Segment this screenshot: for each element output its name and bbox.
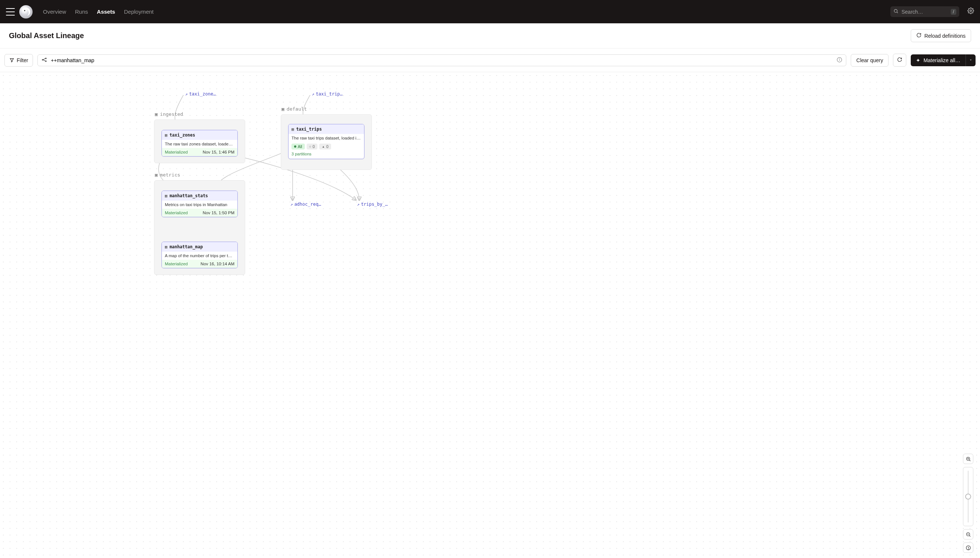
extref-taxi-trip[interactable]: ↗ taxi_trip…: [312, 91, 343, 97]
lineage-icon: [41, 57, 47, 64]
svg-line-2: [897, 12, 898, 13]
nav-assets[interactable]: Assets: [93, 5, 119, 18]
asset-timestamp: Nov 16, 10:14 AM: [201, 262, 234, 266]
filter-icon: [9, 58, 15, 63]
group-icon: ▣: [155, 172, 158, 177]
asset-status: Materialized: [165, 210, 188, 215]
zoom-out-button[interactable]: [963, 529, 973, 540]
reload-label: Reload definitions: [924, 33, 965, 39]
search-icon: [893, 8, 899, 15]
svg-point-1: [894, 9, 897, 12]
query-input-wrapper: [38, 54, 846, 66]
chip-all: All: [292, 144, 305, 149]
group-label-ingested: ▣ ingested: [155, 112, 183, 117]
zoom-slider[interactable]: [963, 467, 973, 526]
refresh-button[interactable]: [893, 54, 906, 67]
group-label-metrics: ▣ metrics: [155, 172, 180, 177]
asset-node-taxi-trips[interactable]: ▦taxi_trips The raw taxi trips dataset, …: [288, 124, 364, 159]
asset-node-taxi-zones[interactable]: ▦taxi_zones The raw taxi zones dataset, …: [161, 130, 238, 156]
table-icon: ▦: [165, 133, 167, 138]
search-shortcut: /: [951, 9, 956, 15]
global-search[interactable]: Search… /: [890, 6, 959, 17]
table-icon: ▦: [165, 245, 167, 249]
query-input[interactable]: [50, 57, 834, 64]
chip-pending: 0: [307, 144, 318, 149]
materialize-all-button[interactable]: ✦ Materialize all…: [911, 54, 965, 66]
zoom-fit-button[interactable]: [963, 542, 973, 553]
zoom-in-button[interactable]: [963, 454, 973, 464]
menu-icon[interactable]: [6, 8, 15, 16]
group-icon: ▣: [155, 112, 158, 117]
page-header: Global Asset Lineage Reload definitions: [0, 23, 980, 48]
refresh-icon: [897, 57, 902, 62]
nav-overview[interactable]: Overview: [39, 5, 70, 18]
svg-line-16: [969, 535, 970, 537]
svg-point-3: [970, 10, 972, 12]
asset-node-manhattan-map[interactable]: ▦manhattan_map A map of the number of tr…: [161, 241, 238, 268]
settings-gear-icon[interactable]: [967, 7, 974, 16]
table-icon: ▦: [292, 127, 294, 132]
extref-adhoc-req[interactable]: ↗ adhoc_req…: [290, 202, 321, 207]
svg-point-9: [839, 59, 840, 59]
lineage-canvas[interactable]: ↗ taxi_zone… ↗ taxi_trip… ▣ ingested ▣ d…: [0, 72, 980, 558]
nav-links: Overview Runs Assets Deployment: [39, 5, 157, 18]
edges-layer: [0, 72, 980, 558]
clear-query-button[interactable]: Clear query: [851, 54, 888, 67]
page-title: Global Asset Lineage: [9, 31, 911, 40]
extref-taxi-zone[interactable]: ↗ taxi_zone…: [185, 91, 216, 97]
extref-trips-by[interactable]: ↗ trips_by_…: [357, 202, 388, 207]
svg-point-5: [46, 58, 47, 59]
external-link-icon: ↗: [290, 202, 293, 207]
nav-runs[interactable]: Runs: [71, 5, 92, 18]
external-link-icon: ↗: [312, 92, 315, 97]
sparkle-icon: ✦: [916, 57, 921, 63]
external-link-icon: ↗: [185, 92, 188, 97]
materialize-group: ✦ Materialize all…: [911, 54, 975, 66]
filter-button[interactable]: Filter: [5, 54, 33, 67]
asset-timestamp: Nov 15, 1:50 PM: [203, 210, 234, 215]
asset-node-manhattan-stats[interactable]: ▦manhattan_stats Metrics on taxi trips i…: [161, 190, 238, 217]
materialize-dropdown-button[interactable]: [965, 54, 975, 66]
reload-definitions-button[interactable]: Reload definitions: [911, 29, 971, 42]
svg-line-13: [969, 460, 970, 461]
chevron-down-icon: [969, 58, 973, 62]
asset-desc: The raw taxi zones dataset, loaded int…: [162, 140, 237, 148]
group-label-default: ▣ default: [282, 106, 307, 112]
chip-warn: 0: [319, 144, 331, 149]
top-nav: Overview Runs Assets Deployment Search… …: [0, 0, 980, 23]
zoom-handle[interactable]: [965, 494, 971, 499]
group-icon: ▣: [282, 106, 285, 112]
partition-chips: All 0 0: [288, 142, 364, 150]
asset-desc: A map of the number of trips per taxi z…: [162, 252, 237, 260]
asset-timestamp: Nov 15, 1:46 PM: [203, 150, 234, 154]
zoom-controls: [963, 454, 973, 553]
svg-point-0: [24, 10, 25, 11]
svg-point-4: [42, 59, 43, 60]
table-icon: ▦: [165, 194, 167, 199]
reload-icon: [916, 33, 921, 39]
app-logo[interactable]: [19, 5, 33, 18]
toolbar: Filter Clear query ✦ Materialize all…: [0, 48, 980, 72]
external-link-icon: ↗: [357, 202, 360, 207]
svg-point-6: [46, 61, 47, 62]
asset-status: Materialized: [165, 262, 188, 266]
asset-desc: Metrics on taxi trips in Manhattan: [162, 200, 237, 209]
asset-status: Materialized: [165, 150, 188, 154]
nav-deployment[interactable]: Deployment: [120, 5, 157, 18]
asset-desc: The raw taxi trips dataset, loaded into …: [288, 134, 364, 142]
partition-count: 3 partitions: [288, 150, 364, 159]
info-icon[interactable]: [837, 57, 842, 64]
search-placeholder: Search…: [901, 9, 948, 15]
